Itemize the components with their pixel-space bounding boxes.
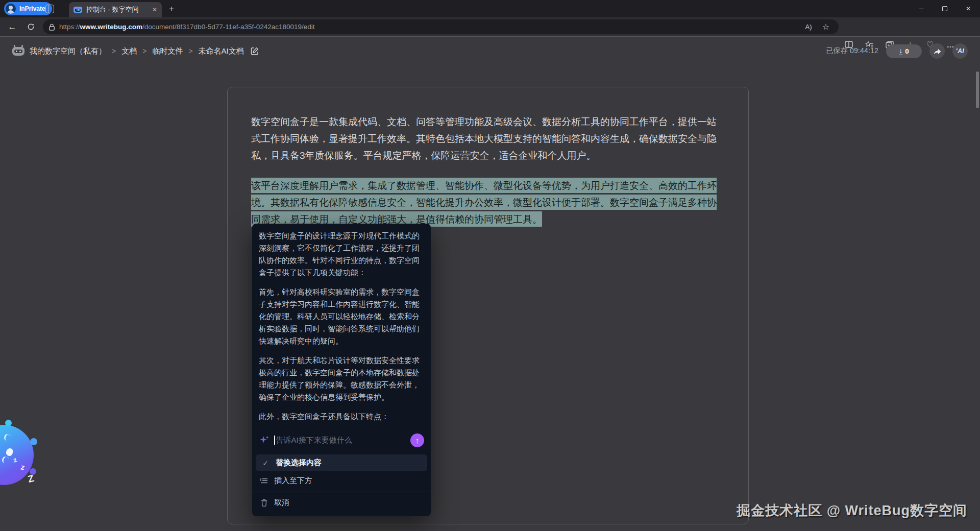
send-button[interactable]: ↑ [410,433,424,447]
back-button[interactable]: ← [5,20,19,34]
check-icon: ✓ [261,459,270,467]
menu-item-replace-selection[interactable]: ✓ 替换选择内容 [256,454,427,471]
share-button[interactable] [929,43,945,59]
page-scrollbar[interactable] [976,71,979,108]
app-header: 我的数字空间（私有） > 文档 > 临时文件 > 未命名AI文档 已保存 09:… [0,37,980,65]
sparkle-icon [259,435,270,446]
menu-item-cancel[interactable]: 取消 [252,494,431,511]
ai-response-paragraph: 首先，针对高校科研实验室的需求，数字空间盒子支持对学习内容和工作内容进行数字化、… [259,286,424,347]
rename-edit-icon[interactable] [251,47,259,55]
text-selection: 该平台深度理解用户需求，集成了数据管理、智能协作、微型化设备等优势，为用户打造安… [251,178,717,227]
watermark-text: 掘金技术社区 @ WriteBug数字空间 [737,501,967,520]
window-controls: ─ ✕ [910,0,980,17]
ai-response-paragraph: 数字空间盒子的设计理念源于对现代工作模式的深刻洞察，它不仅简化了工作流程，还提升… [259,230,424,279]
refresh-button[interactable] [23,20,38,34]
url-path: /document/8f317db0-5d77-11ef-a35f-0242ac… [142,23,315,31]
chevron-right-icon: > [112,47,116,55]
breadcrumb-item-space[interactable]: 我的数字空间（私有） [30,46,106,56]
minimize-button[interactable]: ─ [910,0,933,17]
favorite-star-icon[interactable]: ☆ [817,22,835,32]
browser-toolbar: ← https://www.writebug.com/document/8f31… [0,17,980,37]
header-actions: 已保存 09:44:12 ↓ 0 'AI [826,43,968,59]
address-bar[interactable]: https://www.writebug.com/document/8f317d… [43,19,839,34]
tab-close-icon[interactable]: ✕ [152,6,157,13]
site-favicon-robot-icon [74,7,82,13]
url-scheme: https:// [59,23,80,31]
ai-assistant-button[interactable]: 'AI [952,43,968,59]
tab-title: 控制台 - 数字空间 [86,5,148,14]
ai-assistant-popup: 数字空间盒子的设计理念源于对现代工作模式的深刻洞察，它不仅简化了工作流程，还提升… [252,224,431,516]
close-window-button[interactable]: ✕ [957,0,980,17]
doc-paragraph-2-selected[interactable]: 该平台深度理解用户需求，集成了数据管理、智能协作、微型化设备等优势，为用户打造安… [251,177,722,227]
breadcrumb: 我的数字空间（私有） > 文档 > 临时文件 > 未命名AI文档 [30,46,259,56]
text-cursor [274,436,275,445]
up-arrow-icon: ↑ [415,436,420,445]
menu-item-label: 取消 [274,498,289,508]
space-robot-icon [12,47,24,56]
menu-divider [252,492,431,492]
ai-response-paragraph: 其次，对于航天和芯片设计等对数据安全性要求极高的行业，数字空间盒子的本地存储和数… [259,354,424,403]
chevron-right-icon: > [188,47,192,55]
inprivate-label: InPrivate [19,5,45,12]
insert-below-icon [259,477,268,484]
tab-active[interactable]: 控制台 - 数字空间 ✕ [69,2,162,17]
read-aloud-icon[interactable]: A) [800,23,817,31]
inprivate-badge[interactable]: InPrivate [4,2,52,15]
browser-window: InPrivate 控制台 - 数字空间 ✕ ＋ ─ ✕ ← https://w… [0,0,980,531]
ai-response-paragraph: 此外，数字空间盒子还具备以下特点： [259,411,424,423]
menu-item-insert-below[interactable]: 插入至下方 [252,472,431,489]
trash-icon [259,499,268,506]
breadcrumb-item-current-doc[interactable]: 未命名AI文档 [199,46,244,56]
lock-icon [49,23,55,31]
breadcrumb-item-temp[interactable]: 临时文件 [152,46,183,56]
tab-strip: InPrivate 控制台 - 数字空间 ✕ ＋ ─ ✕ [0,0,980,17]
menu-item-label: 插入至下方 [274,476,312,486]
new-tab-button[interactable]: ＋ [167,4,176,14]
restore-button[interactable] [933,0,957,17]
workspaces-icon[interactable] [45,5,54,13]
menu-item-label: 替换选择内容 [276,458,322,468]
download-count-button[interactable]: ↓ 0 [886,44,922,58]
save-status: 已保存 09:44:12 [826,46,878,56]
ai-action-menu: ✓ 替换选择内容 插入至下方 取消 [252,450,431,516]
ai-prompt-input[interactable]: 告诉AI接下来要做什么 ↑ [259,430,424,450]
download-icon: ↓ [899,47,902,55]
url-host: www.writebug.com [80,23,143,31]
share-arrow-icon [933,47,942,55]
chevron-right-icon: > [142,47,146,55]
doc-paragraph-1[interactable]: 数字空间盒子是一款集成代码、文档、问答等管理功能及高级会议、数据分析工具的协同工… [251,113,722,164]
download-count: 0 [905,47,909,55]
breadcrumb-item-docs[interactable]: 文档 [121,46,137,56]
ai-input-placeholder: 告诉AI接下来要做什么 [276,436,352,445]
url-text: https://www.writebug.com/document/8f317d… [59,23,800,31]
profile-avatar-icon [6,4,16,14]
